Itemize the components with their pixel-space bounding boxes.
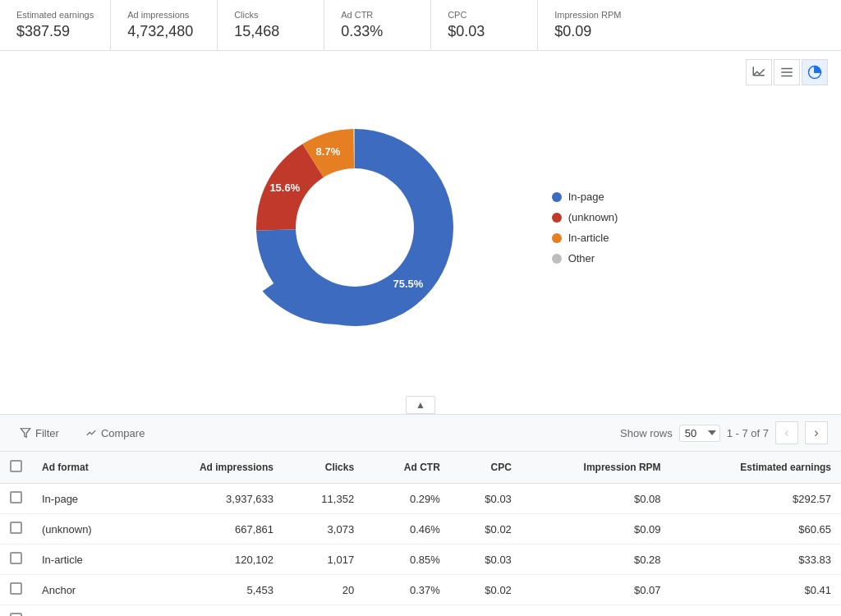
pie-chart-button[interactable] [802, 59, 828, 85]
data-table: Ad format Ad impressions Clicks Ad CTR C… [0, 452, 841, 616]
chart-area: 75.5% 15.6% 8.7% 75.5%15.6%8.7% In-page(… [0, 51, 841, 396]
show-rows-select[interactable]: 50 100 200 [679, 425, 720, 442]
row-ctr-4: 3.82% [364, 605, 450, 617]
row-format-3: Anchor [32, 575, 139, 605]
metric-value-2: 15,468 [234, 23, 307, 40]
row-rpm-1: $0.09 [522, 514, 671, 545]
compare-icon [85, 427, 97, 439]
row-impressions-0: 3,937,633 [139, 484, 283, 514]
row-rpm-3: $0.07 [522, 575, 671, 605]
row-earnings-3: $0.41 [671, 575, 841, 605]
row-checkbox-2 [0, 545, 32, 575]
row-clicks-4: 6 [283, 605, 364, 617]
metric-item-4: CPC$0.03 [431, 0, 538, 50]
row-select-1[interactable] [10, 522, 22, 534]
row-checkbox-3 [0, 575, 32, 605]
legend-dot-1 [552, 213, 562, 223]
cpc-header: CPC [450, 452, 522, 484]
legend-item-2: In-article [552, 232, 618, 244]
select-all-header [0, 452, 32, 484]
pagination-info: 1 - 7 of 7 [727, 427, 769, 439]
row-select-4[interactable] [10, 613, 22, 616]
row-select-3[interactable] [10, 582, 22, 595]
legend-label-0: In-page [568, 191, 604, 203]
table-body: In-page 3,937,633 11,352 0.29% $0.03 $0.… [0, 484, 841, 617]
header-row: Ad format Ad impressions Clicks Ad CTR C… [0, 452, 841, 484]
metric-item-2: Clicks15,468 [218, 0, 324, 50]
collapse-handle-area: ▲ [0, 396, 841, 414]
collapse-button[interactable]: ▲ [406, 396, 435, 414]
row-rpm-4: $0.02 [522, 605, 671, 617]
toolbar-right: Show rows 50 100 200 1 - 7 of 7 ‹ › [620, 421, 828, 444]
row-rpm-0: $0.08 [522, 484, 671, 514]
metrics-bar: Estimated earnings$387.59Ad impressions4… [0, 0, 841, 51]
row-cpc-4: $0.02 [450, 605, 522, 617]
metric-item-0: Estimated earnings$387.59 [0, 0, 111, 50]
filter-button[interactable]: Filter [13, 424, 66, 443]
prev-page-button[interactable]: ‹ [775, 421, 798, 444]
legend-dot-2 [552, 233, 562, 243]
row-select-2[interactable] [10, 552, 22, 564]
donut-chart-wrapper: 75.5% 15.6% 8.7% 75.5%15.6%8.7% [223, 96, 486, 359]
row-checkbox-4 [0, 605, 32, 617]
metric-value-0: $387.59 [16, 23, 94, 40]
metric-value-5: $0.09 [554, 23, 825, 40]
row-format-2: In-article [32, 545, 139, 575]
table-toolbar: Filter Compare Show rows 50 100 200 1 - … [0, 415, 841, 452]
legend-label-3: Other [568, 252, 595, 264]
impressions-header: Ad impressions [139, 452, 283, 484]
select-all-checkbox[interactable] [10, 460, 22, 472]
clicks-header: Clicks [283, 452, 364, 484]
metric-item-1: Ad impressions4,732,480 [111, 0, 218, 50]
row-ctr-0: 0.29% [364, 484, 450, 514]
next-page-button[interactable]: › [805, 421, 828, 444]
row-ctr-1: 0.46% [364, 514, 450, 545]
ctr-header: Ad CTR [364, 452, 450, 484]
metric-value-4: $0.03 [448, 23, 521, 40]
row-clicks-2: 1,017 [283, 545, 364, 575]
row-select-0[interactable] [10, 491, 22, 503]
row-format-0: In-page [32, 484, 139, 514]
row-checkbox-0 [0, 484, 32, 514]
row-clicks-3: 20 [283, 575, 364, 605]
metric-label-3: Ad CTR [341, 10, 414, 20]
metric-value-3: 0.33% [341, 23, 414, 40]
metric-label-5: Impression RPM [554, 10, 825, 20]
table-row: In-article 120,102 1,017 0.85% $0.03 $0.… [0, 545, 841, 575]
table-row: Vignette 157 6 3.82% $0.02 $0.02 $0.12 [0, 605, 841, 617]
legend-item-3: Other [552, 252, 618, 264]
row-impressions-2: 120,102 [139, 545, 283, 575]
donut-chart-final: 75.5% 15.6% 8.7% [223, 96, 486, 359]
row-earnings-2: $33.83 [671, 545, 841, 575]
row-impressions-3: 5,453 [139, 575, 283, 605]
donut-hole [296, 168, 414, 287]
row-cpc-3: $0.02 [450, 575, 522, 605]
chart-legend: In-page(unknown)In-articleOther [552, 191, 618, 264]
table-row: In-page 3,937,633 11,352 0.29% $0.03 $0.… [0, 484, 841, 514]
row-earnings-1: $60.65 [671, 514, 841, 545]
toolbar-left: Filter Compare [13, 424, 151, 443]
table-row: Anchor 5,453 20 0.37% $0.02 $0.07 $0.41 [0, 575, 841, 605]
row-earnings-4: $0.12 [671, 605, 841, 617]
table-row: (unknown) 667,861 3,073 0.46% $0.02 $0.0… [0, 514, 841, 545]
row-clicks-0: 11,352 [283, 484, 364, 514]
metric-label-2: Clicks [234, 10, 307, 20]
compare-label: Compare [101, 427, 145, 439]
metric-value-1: 4,732,480 [127, 23, 200, 40]
row-ctr-2: 0.85% [364, 545, 450, 575]
compare-button[interactable]: Compare [79, 424, 151, 443]
row-impressions-4: 157 [139, 605, 283, 617]
rpm-header: Impression RPM [522, 452, 671, 484]
row-impressions-1: 667,861 [139, 514, 283, 545]
metric-label-4: CPC [448, 10, 521, 20]
table-view-button[interactable] [774, 59, 800, 85]
line-chart-button[interactable] [746, 59, 772, 85]
legend-label-1: (unknown) [568, 211, 618, 223]
table-header: Ad format Ad impressions Clicks Ad CTR C… [0, 452, 841, 484]
row-cpc-0: $0.03 [450, 484, 522, 514]
row-ctr-3: 0.37% [364, 575, 450, 605]
filter-icon [20, 427, 31, 439]
row-checkbox-1 [0, 514, 32, 545]
row-rpm-2: $0.28 [522, 545, 671, 575]
show-rows-label: Show rows [620, 427, 673, 439]
